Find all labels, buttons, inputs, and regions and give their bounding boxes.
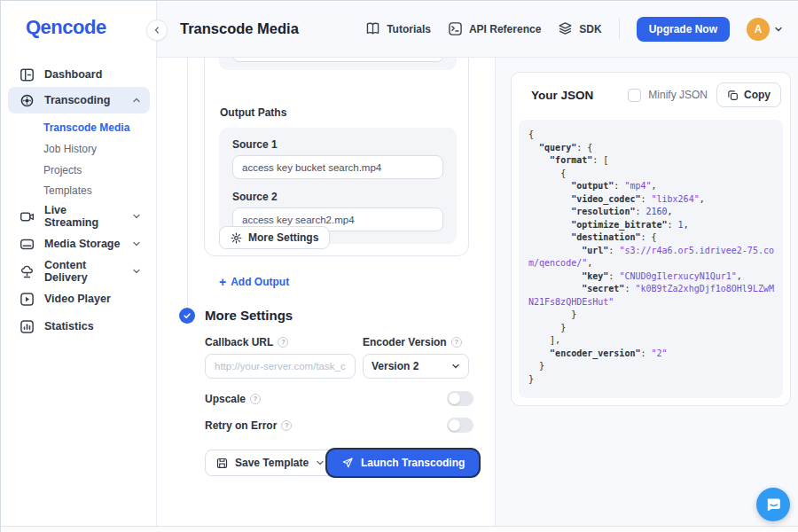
- encoder-version-value: Version 2: [372, 360, 419, 372]
- json-code-block: { "query": { "format": [ { "output": "mp…: [519, 120, 783, 398]
- sidebar-item-content-delivery[interactable]: Content Delivery: [8, 258, 150, 285]
- nav-label: API Reference: [469, 23, 541, 35]
- json-title: Your JSON: [531, 89, 593, 102]
- minify-json-label: Minify JSON: [648, 89, 708, 101]
- source2-label: Source 2: [232, 191, 278, 203]
- json-card: Your JSON Minify JSON Copy { "query": { …: [511, 72, 791, 406]
- layers-icon: [558, 21, 573, 36]
- nav-label: Tutorials: [387, 23, 431, 35]
- sidebar-item-label: Content Delivery: [44, 259, 122, 284]
- media-storage-icon: [20, 237, 35, 252]
- more-settings-step-check[interactable]: [179, 308, 195, 324]
- json-code: { "query": { "format": [ { "output": "mp…: [528, 129, 775, 386]
- sidebar-item-dashboard[interactable]: Dashboard: [8, 61, 150, 88]
- chevron-up-icon: [132, 96, 141, 105]
- save-template-label: Save Template: [235, 457, 309, 469]
- json-panel-area: Your JSON Minify JSON Copy { "query": { …: [496, 58, 798, 526]
- sidebar-item-label: Live Streaming: [44, 204, 122, 229]
- book-icon: [365, 21, 380, 36]
- encoder-version-select[interactable]: Version 2: [363, 354, 469, 379]
- upscale-toggle[interactable]: [447, 391, 473, 406]
- more-settings-button-label: More Settings: [248, 231, 318, 244]
- qencode-logo[interactable]: Qencode: [26, 16, 106, 39]
- nav-sdk[interactable]: SDK: [558, 21, 601, 36]
- chevron-down-icon: [774, 25, 783, 34]
- account-menu[interactable]: A: [747, 18, 783, 41]
- live-streaming-icon: [20, 209, 35, 224]
- help-icon: ?: [451, 337, 462, 348]
- sidebar-item-label: Statistics: [44, 320, 141, 332]
- help-icon: ?: [281, 420, 292, 431]
- chevron-down-icon: [132, 267, 141, 276]
- chevron-down-icon: [132, 212, 141, 221]
- json-card-header: Your JSON Minify JSON Copy: [512, 73, 790, 117]
- header-divider: [619, 19, 620, 40]
- page-bottom-edge: [1, 526, 798, 532]
- callback-url-label: Callback URL ?: [205, 336, 288, 348]
- save-icon: [216, 458, 228, 469]
- retry-on-error-label: Retry on Error ?: [205, 419, 292, 432]
- transcode-form-area: Output Paths Source 1 Source 2 More Sett…: [157, 58, 496, 526]
- callback-url-input[interactable]: [205, 354, 356, 379]
- chat-icon: [764, 496, 782, 513]
- toggle-knob: [449, 393, 460, 404]
- sidebar-item-job-history[interactable]: Job History: [43, 138, 97, 160]
- sidebar-item-label: Transcoding: [44, 94, 122, 106]
- retry-on-error-label-text: Retry on Error: [205, 419, 277, 432]
- help-icon: ?: [278, 337, 288, 348]
- nav-tutorials[interactable]: Tutorials: [365, 21, 431, 36]
- minify-json-checkbox[interactable]: [628, 89, 641, 102]
- sidebar-item-transcode-media[interactable]: Transcode Media: [43, 117, 129, 138]
- top-header: Transcode Media Tutorials API Reference …: [157, 1, 798, 58]
- stepper-line: [187, 58, 188, 308]
- output-card: Output Paths Source 1 Source 2 More Sett…: [204, 58, 469, 256]
- dashboard-icon: [20, 67, 35, 82]
- rocket-icon: [341, 457, 354, 469]
- launch-transcoding-button[interactable]: Launch Transcoding: [327, 450, 479, 476]
- video-player-icon: [20, 292, 35, 307]
- content-delivery-icon: [20, 264, 35, 279]
- source1-input[interactable]: [232, 155, 443, 179]
- add-output-label: Add Output: [231, 276, 289, 288]
- page-title: Transcode Media: [180, 20, 299, 37]
- add-output-link[interactable]: + Add Output: [219, 275, 289, 289]
- sidebar-item-label: Video Player: [44, 293, 141, 305]
- copy-json-button[interactable]: Copy: [716, 82, 781, 107]
- more-settings-button[interactable]: More Settings: [219, 226, 330, 249]
- chevron-down-icon: [316, 458, 325, 467]
- upscale-label-text: Upscale: [205, 393, 246, 405]
- sidebar-collapse-button[interactable]: [146, 20, 168, 41]
- sidebar-item-video-player[interactable]: Video Player: [8, 286, 150, 312]
- check-icon: [183, 311, 192, 320]
- encoder-version-label-text: Encoder Version: [363, 336, 447, 348]
- sidebar-item-projects[interactable]: Projects: [43, 160, 82, 181]
- app-window: Qencode Dashboard Transcoding Transcode …: [0, 0, 798, 532]
- callback-url-label-text: Callback URL: [205, 336, 273, 348]
- minify-json-option[interactable]: Minify JSON: [628, 89, 708, 102]
- upgrade-now-button[interactable]: Upgrade Now: [637, 17, 730, 42]
- source1-label: Source 1: [232, 138, 278, 151]
- chevron-left-icon: [153, 26, 161, 35]
- chat-widget-button[interactable]: [756, 488, 790, 521]
- sidebar-item-templates[interactable]: Templates: [43, 180, 92, 201]
- upscale-label: Upscale ?: [205, 393, 261, 405]
- terminal-icon: [448, 21, 463, 36]
- encoder-version-label: Encoder Version ?: [363, 336, 462, 348]
- sidebar-item-transcoding[interactable]: Transcoding: [8, 87, 150, 113]
- sidebar: Qencode Dashboard Transcoding Transcode …: [1, 1, 157, 526]
- save-template-button[interactable]: Save Template: [205, 450, 336, 476]
- retry-on-error-toggle[interactable]: [447, 418, 473, 433]
- sidebar-item-live-streaming[interactable]: Live Streaming: [8, 203, 150, 230]
- gear-icon: [231, 232, 242, 244]
- avatar[interactable]: A: [747, 18, 770, 41]
- copy-icon: [727, 90, 739, 101]
- nav-api-reference[interactable]: API Reference: [448, 21, 541, 36]
- sidebar-item-media-storage[interactable]: Media Storage: [8, 231, 150, 257]
- truncated-top-input[interactable]: [232, 58, 444, 62]
- statistics-icon: [20, 319, 35, 334]
- header-nav: Tutorials API Reference SDK Upgrade Now …: [365, 17, 783, 42]
- chevron-down-icon: [451, 362, 460, 371]
- source-settings-box-partial: [219, 58, 457, 70]
- output-paths-label: Output Paths: [220, 106, 286, 119]
- sidebar-item-statistics[interactable]: Statistics: [8, 313, 150, 340]
